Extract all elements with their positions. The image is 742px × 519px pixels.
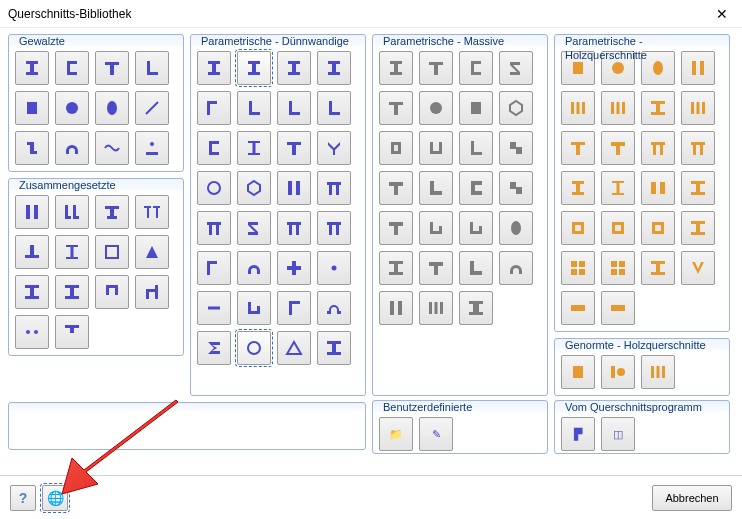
zusammen-shape-TT[interactable] <box>135 195 169 229</box>
zusammen-shape-Tn[interactable] <box>15 235 49 269</box>
thin-shape-I[interactable] <box>237 51 271 85</box>
massive-shape-C[interactable] <box>459 51 493 85</box>
holz-shape-box3[interactable] <box>641 211 675 245</box>
thin-shape-pi[interactable] <box>317 171 351 205</box>
zusammen-shape-Ib[interactable] <box>15 275 49 309</box>
massive-shape-III[interactable] <box>419 291 453 325</box>
massive-shape-C2[interactable] <box>459 171 493 205</box>
gewalzte-shape-dot-top[interactable] <box>135 131 169 165</box>
massive-shape-hex[interactable] <box>499 91 533 125</box>
massive-shape-step[interactable] <box>499 131 533 165</box>
thin-shape-O2[interactable] <box>237 331 271 365</box>
massive-shape-U[interactable] <box>419 131 453 165</box>
holz-shape-grid2[interactable] <box>601 251 635 285</box>
thin-shape-sigma[interactable] <box>197 331 231 365</box>
gewalzte-shape-T[interactable] <box>95 51 129 85</box>
massive-shape-T4[interactable] <box>419 251 453 285</box>
thin-shape-T[interactable] <box>277 131 311 165</box>
massive-shape-L2[interactable] <box>419 171 453 205</box>
zusammen-shape-I2[interactable] <box>55 235 89 269</box>
globe-button[interactable]: 🌐 <box>42 485 68 511</box>
thin-shape-pi2[interactable] <box>277 211 311 245</box>
thin-shape-Tl[interactable] <box>197 251 231 285</box>
holz-shape-grid[interactable] <box>561 251 595 285</box>
cancel-button[interactable]: Abbrechen <box>652 485 732 511</box>
benutzer-open-button[interactable]: 📁 <box>379 417 413 451</box>
thin-shape-I[interactable] <box>277 51 311 85</box>
gewalzte-shape-omega[interactable] <box>55 131 89 165</box>
thin-shape-L[interactable] <box>317 91 351 125</box>
thin-shape-dot[interactable] <box>317 251 351 285</box>
gewalzte-shape-wave[interactable] <box>95 131 129 165</box>
holz-shape-Ib[interactable] <box>681 171 715 205</box>
gewalzte-shape-z[interactable] <box>15 131 49 165</box>
thin-shape-I2[interactable] <box>237 131 271 165</box>
prog2-button[interactable]: ◫ <box>601 417 635 451</box>
massive-shape-ch2[interactable] <box>459 211 493 245</box>
zusammen-shape-wedge[interactable] <box>135 235 169 269</box>
massive-shape-circle[interactable] <box>419 91 453 125</box>
thin-shape-Y[interactable] <box>317 131 351 165</box>
prog1-button[interactable]: ▛ <box>561 417 595 451</box>
massive-shape-tube[interactable] <box>379 131 413 165</box>
thin-shape-minus[interactable] <box>197 291 231 325</box>
massive-shape-T[interactable] <box>379 91 413 125</box>
genormte-shape-IO[interactable] <box>601 355 635 389</box>
holz-shape-bar[interactable] <box>561 291 595 325</box>
thin-shape-L[interactable] <box>277 91 311 125</box>
thin-shape-omega2[interactable] <box>317 291 351 325</box>
thin-shape-I[interactable] <box>317 51 351 85</box>
massive-shape-T3[interactable] <box>379 211 413 245</box>
thin-shape-Tl[interactable] <box>197 91 231 125</box>
massive-shape-Ir[interactable] <box>459 291 493 325</box>
holz-shape-III3[interactable] <box>681 91 715 125</box>
thin-shape-plus[interactable] <box>277 251 311 285</box>
zusammen-shape-IL[interactable] <box>55 195 89 229</box>
holz-shape-I2[interactable] <box>601 171 635 205</box>
massive-shape-step2[interactable] <box>499 171 533 205</box>
massive-shape-ch[interactable] <box>419 211 453 245</box>
holz-shape-I[interactable] <box>561 171 595 205</box>
zusammen-shape-cap[interactable] <box>95 275 129 309</box>
holz-shape-box[interactable] <box>561 211 595 245</box>
thin-shape-L[interactable] <box>237 91 271 125</box>
massive-shape-rect[interactable] <box>459 91 493 125</box>
gewalzte-shape-I[interactable] <box>15 51 49 85</box>
thin-shape-pibold[interactable] <box>197 211 231 245</box>
holz-shape-II2[interactable] <box>641 171 675 205</box>
thin-shape-I3[interactable] <box>317 331 351 365</box>
holz-shape-pi[interactable] <box>641 131 675 165</box>
help-button[interactable]: ? <box>10 485 36 511</box>
zusammen-shape-Ts[interactable] <box>55 315 89 349</box>
thin-shape-O[interactable] <box>197 171 231 205</box>
holz-shape-Ic[interactable] <box>681 211 715 245</box>
massive-shape-II[interactable] <box>379 291 413 325</box>
holz-shape-T[interactable] <box>561 131 595 165</box>
holz-shape-bar2[interactable] <box>601 291 635 325</box>
gewalzte-shape-angle[interactable] <box>135 91 169 125</box>
thin-shape-Lm[interactable] <box>277 291 311 325</box>
thin-shape-omega[interactable] <box>237 251 271 285</box>
genormte-shape-III[interactable] <box>641 355 675 389</box>
holz-shape-V[interactable] <box>681 251 715 285</box>
massive-shape-I[interactable] <box>379 51 413 85</box>
thin-shape-pi3[interactable] <box>317 211 351 245</box>
massive-shape-I4[interactable] <box>379 251 413 285</box>
holz-shape-III2[interactable] <box>601 91 635 125</box>
thin-shape-hex[interactable] <box>237 171 271 205</box>
zusammen-shape-Ic[interactable] <box>55 275 89 309</box>
zusammen-shape-dots[interactable] <box>15 315 49 349</box>
gewalzte-shape-rect[interactable] <box>15 91 49 125</box>
holz-shape-T2[interactable] <box>601 131 635 165</box>
close-icon[interactable]: ✕ <box>710 0 734 28</box>
holz-shape-box2[interactable] <box>601 211 635 245</box>
holz-shape-Is[interactable] <box>641 251 675 285</box>
thin-shape-II[interactable] <box>277 171 311 205</box>
massive-shape-T[interactable] <box>419 51 453 85</box>
thin-shape-I[interactable] <box>197 51 231 85</box>
massive-shape-oval[interactable] <box>499 211 533 245</box>
gewalzte-shape-C[interactable] <box>55 51 89 85</box>
massive-shape-L3[interactable] <box>459 251 493 285</box>
gewalzte-shape-L[interactable] <box>135 51 169 85</box>
thin-shape-ch[interactable] <box>237 291 271 325</box>
